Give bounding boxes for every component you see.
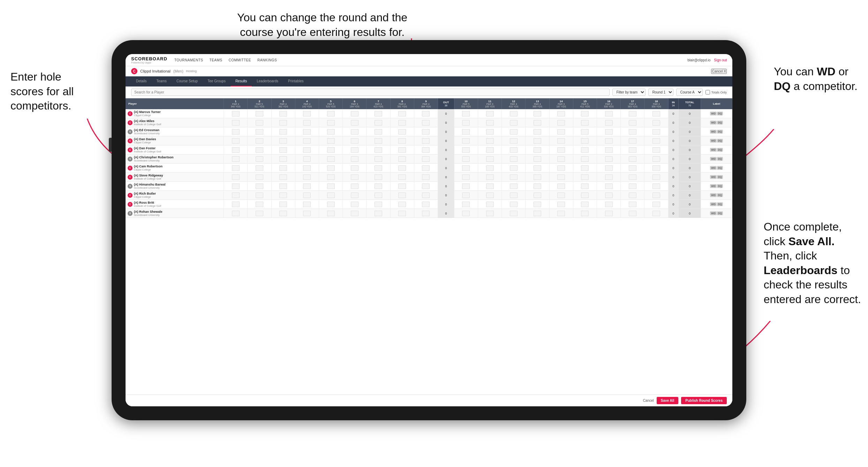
hole-14-input-cell[interactable] bbox=[549, 127, 573, 136]
hole-1-input-cell[interactable] bbox=[224, 127, 248, 136]
hole-2-input[interactable] bbox=[256, 111, 263, 116]
filter-team-select[interactable]: Filter by team bbox=[612, 89, 646, 96]
hole-3-input[interactable] bbox=[279, 156, 287, 162]
hole-10-input-cell[interactable] bbox=[454, 155, 478, 164]
hole-6-input[interactable] bbox=[351, 202, 358, 207]
hole-5-input[interactable] bbox=[327, 211, 335, 216]
hole-7-input-cell[interactable] bbox=[367, 209, 390, 218]
hole-6-input-cell[interactable] bbox=[343, 164, 367, 173]
hole-17-input-cell[interactable] bbox=[621, 118, 644, 127]
hole-6-input-cell[interactable] bbox=[343, 109, 367, 118]
hole-11-input-cell[interactable] bbox=[478, 155, 501, 164]
hole-16-input[interactable] bbox=[605, 120, 613, 126]
hole-2-input-cell[interactable] bbox=[248, 191, 271, 200]
hole-6-input[interactable] bbox=[351, 156, 358, 162]
hole-12-input[interactable] bbox=[510, 202, 518, 207]
hole-8-input-cell[interactable] bbox=[390, 164, 414, 173]
hole-18-input-cell[interactable] bbox=[644, 109, 668, 118]
hole-3-input-cell[interactable] bbox=[271, 182, 295, 191]
hole-15-input-cell[interactable] bbox=[573, 164, 597, 173]
hole-18-input[interactable] bbox=[652, 156, 660, 162]
hole-6-input[interactable] bbox=[351, 211, 358, 216]
hole-11-input[interactable] bbox=[486, 156, 494, 162]
hole-15-input[interactable] bbox=[581, 147, 589, 153]
hole-5-input-cell[interactable] bbox=[319, 118, 342, 127]
hole-2-input[interactable] bbox=[256, 156, 263, 162]
hole-16-input-cell[interactable] bbox=[597, 145, 621, 155]
hole-6-input-cell[interactable] bbox=[343, 200, 367, 209]
hole-3-input-cell[interactable] bbox=[271, 155, 295, 164]
hole-2-input[interactable] bbox=[256, 174, 263, 180]
hole-2-input-cell[interactable] bbox=[248, 127, 271, 136]
hole-1-input-cell[interactable] bbox=[224, 209, 248, 218]
hole-17-input-cell[interactable] bbox=[621, 182, 644, 191]
hole-17-input[interactable] bbox=[629, 120, 636, 126]
hole-9-input-cell[interactable] bbox=[414, 127, 438, 136]
hole-5-input-cell[interactable] bbox=[319, 209, 342, 218]
hole-12-input[interactable] bbox=[510, 138, 518, 144]
hole-1-input-cell[interactable] bbox=[224, 200, 248, 209]
hole-1-input[interactable] bbox=[232, 202, 240, 207]
hole-8-input[interactable] bbox=[398, 120, 406, 126]
hole-15-input-cell[interactable] bbox=[573, 118, 597, 127]
hole-6-input[interactable] bbox=[351, 174, 358, 180]
hole-10-input[interactable] bbox=[462, 111, 470, 116]
hole-11-input[interactable] bbox=[486, 138, 494, 144]
hole-7-input[interactable] bbox=[375, 147, 382, 153]
hole-11-input-cell[interactable] bbox=[478, 200, 501, 209]
hole-14-input-cell[interactable] bbox=[549, 155, 573, 164]
hole-7-input-cell[interactable] bbox=[367, 200, 390, 209]
hole-13-input[interactable] bbox=[534, 174, 541, 180]
hole-15-input[interactable] bbox=[581, 138, 589, 144]
dq-button[interactable]: DQ bbox=[717, 157, 723, 161]
hole-18-input-cell[interactable] bbox=[644, 118, 668, 127]
hole-4-input-cell[interactable] bbox=[295, 109, 319, 118]
hole-13-input[interactable] bbox=[534, 120, 541, 126]
hole-6-input[interactable] bbox=[351, 129, 358, 135]
totals-only-checkbox[interactable] bbox=[705, 90, 710, 95]
hole-14-input[interactable] bbox=[557, 183, 565, 189]
hole-9-input-cell[interactable] bbox=[414, 173, 438, 182]
hole-18-input-cell[interactable] bbox=[644, 209, 668, 218]
hole-9-input[interactable] bbox=[422, 129, 430, 135]
hole-17-input[interactable] bbox=[629, 193, 636, 198]
tab-details[interactable]: Details bbox=[131, 76, 152, 86]
hole-5-input[interactable] bbox=[327, 165, 335, 171]
hole-13-input-cell[interactable] bbox=[526, 127, 549, 136]
dq-button[interactable]: DQ bbox=[717, 121, 723, 125]
hole-17-input[interactable] bbox=[629, 138, 636, 144]
hole-17-input[interactable] bbox=[629, 129, 636, 135]
hole-8-input[interactable] bbox=[398, 202, 406, 207]
hole-13-input[interactable] bbox=[534, 202, 541, 207]
hole-4-input-cell[interactable] bbox=[295, 191, 319, 200]
hole-10-input[interactable] bbox=[462, 147, 470, 153]
hole-15-input-cell[interactable] bbox=[573, 200, 597, 209]
hole-4-input[interactable] bbox=[303, 193, 311, 198]
hole-7-input[interactable] bbox=[375, 156, 382, 162]
hole-10-input[interactable] bbox=[462, 129, 470, 135]
hole-1-input-cell[interactable] bbox=[224, 145, 248, 155]
hole-3-input-cell[interactable] bbox=[271, 191, 295, 200]
hole-18-input[interactable] bbox=[652, 202, 660, 207]
hole-7-input[interactable] bbox=[375, 174, 382, 180]
hole-16-input-cell[interactable] bbox=[597, 191, 621, 200]
hole-8-input-cell[interactable] bbox=[390, 127, 414, 136]
hole-1-input-cell[interactable] bbox=[224, 191, 248, 200]
hole-7-input-cell[interactable] bbox=[367, 164, 390, 173]
hole-4-input-cell[interactable] bbox=[295, 182, 319, 191]
hole-15-input-cell[interactable] bbox=[573, 109, 597, 118]
hole-3-input[interactable] bbox=[279, 111, 287, 116]
hole-13-input-cell[interactable] bbox=[526, 173, 549, 182]
course-select[interactable]: Course A Course B bbox=[676, 89, 703, 96]
hole-14-input[interactable] bbox=[557, 111, 565, 116]
hole-18-input-cell[interactable] bbox=[644, 127, 668, 136]
hole-10-input[interactable] bbox=[462, 156, 470, 162]
hole-17-input-cell[interactable] bbox=[621, 164, 644, 173]
hole-4-input[interactable] bbox=[303, 138, 311, 144]
hole-8-input-cell[interactable] bbox=[390, 191, 414, 200]
hole-12-input-cell[interactable] bbox=[502, 136, 526, 145]
hole-8-input-cell[interactable] bbox=[390, 145, 414, 155]
hole-15-input[interactable] bbox=[581, 156, 589, 162]
hole-17-input-cell[interactable] bbox=[621, 191, 644, 200]
hole-4-input[interactable] bbox=[303, 202, 311, 207]
